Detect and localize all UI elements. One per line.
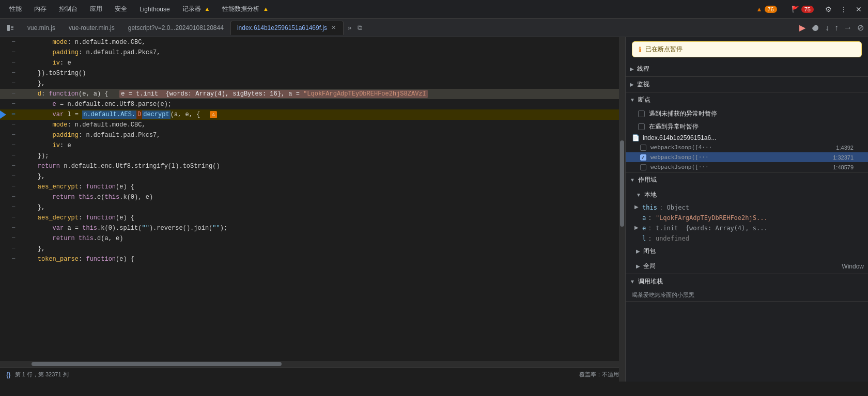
close-devtools-icon[interactable]: ✕ — [854, 3, 864, 15]
local-scope-header[interactable]: ▼ 本地 — [626, 187, 868, 202]
tabs-overflow-button[interactable]: » — [346, 22, 353, 34]
step-over-button[interactable] — [809, 21, 822, 35]
error-badge[interactable]: 🚩 75 — [786, 4, 819, 15]
nav-performance-insights[interactable]: 性能数据分析 ▲ — [217, 3, 274, 15]
scope-key-this: this — [642, 204, 657, 211]
top-nav-bar: 性能 内存 控制台 应用 安全 Lighthouse 记录器 ▲ 性能数据分析 … — [0, 0, 868, 19]
line-num: − — [0, 78, 19, 89]
settings-icon[interactable]: ⚙ — [823, 3, 834, 15]
sidebar-toggle-button[interactable] — [2, 21, 19, 35]
warning-count: 76 — [765, 6, 777, 13]
nav-application[interactable]: 应用 — [85, 3, 107, 15]
tab-vue-router[interactable]: vue-router.min.js — [62, 21, 121, 35]
breakpoints-header[interactable]: ▼ 断点 — [626, 92, 868, 107]
bp-item-3-checkbox[interactable] — [640, 164, 646, 170]
tab-getscript-label: getscript?v=2.0...20240108120844 — [128, 24, 224, 31]
warning-badge[interactable]: ▲ 76 — [751, 4, 782, 15]
line-num: − — [0, 223, 19, 233]
code-line: − return this.d(a, e) — [0, 233, 625, 244]
scope-item-e-expand-icon: ▶ — [634, 225, 639, 230]
tabs-bar: vue.min.js vue-router.min.js getscript?v… — [0, 19, 868, 37]
bp-item-2-checkbox[interactable] — [640, 154, 646, 161]
bp-item-1-checkbox[interactable] — [640, 145, 646, 151]
bp-checkbox-uncaught: 遇到未捕获的异常时暂停 — [626, 107, 868, 120]
closure-title: 闭包 — [643, 247, 656, 256]
nav-recorder[interactable]: 记录器 ▲ — [177, 3, 215, 15]
callstack-header[interactable]: ▼ 调用堆栈 — [626, 274, 868, 289]
horizontal-scrollbar-thumb[interactable] — [32, 362, 282, 366]
bp-item-1-func: webpackJsonp([4··· — [650, 144, 712, 151]
threads-header[interactable]: ▶ 线程 — [626, 61, 868, 76]
line-num: − — [0, 99, 19, 109]
info-icon: ℹ — [639, 45, 641, 54]
scope-item-l: l : undefined — [626, 233, 868, 244]
horizontal-scrollbar[interactable] — [0, 361, 625, 367]
line-num: − — [0, 254, 19, 264]
watch-title: 监视 — [637, 80, 649, 89]
caught-checkbox[interactable] — [638, 123, 645, 130]
coverage-label: 覆盖率：不适用 — [579, 371, 619, 378]
nav-console[interactable]: 控制台 — [54, 3, 83, 15]
code-content: var a = this.k(0).split("").reverse().jo… — [19, 223, 625, 233]
watch-header[interactable]: ▶ 监视 — [626, 77, 868, 92]
nav-performance[interactable]: 性能 — [4, 3, 27, 15]
more-icon[interactable]: ⋮ — [838, 3, 849, 15]
global-expand-icon: ▶ — [636, 263, 640, 269]
code-content: return this.e(this.k(0), e) — [19, 192, 625, 202]
uncaught-checkbox[interactable] — [638, 110, 645, 117]
curly-brace-label[interactable]: {} — [6, 371, 11, 378]
closure-scope-header[interactable]: ▶ 闭包 — [626, 244, 868, 259]
scope-header[interactable]: ▼ 作用域 — [626, 172, 868, 187]
callstack-title: 调用堆栈 — [638, 277, 663, 286]
step-out-button[interactable]: ↑ — [832, 21, 841, 35]
code-line: − aes_decrypt: function(e) { — [0, 213, 625, 223]
line-num: − — [0, 192, 19, 202]
line-num: − — [0, 171, 19, 182]
tab-getscript[interactable]: getscript?v=2.0...20240108120844 — [121, 21, 230, 35]
line-num: − — [0, 120, 19, 130]
warning-inline-icon: ⚠ — [210, 111, 217, 118]
code-content: e = n.default.enc.Utf8.parse(e); — [19, 99, 625, 109]
code-line: − }, — [0, 78, 625, 89]
scope-section: ▼ 作用域 ▼ 本地 ▶ this : Object — [626, 172, 868, 274]
nav-lighthouse[interactable]: Lighthouse — [134, 4, 175, 15]
code-line: − token_parse: function(e) { — [0, 254, 625, 264]
bp-expand-icon: ▼ — [630, 97, 635, 103]
svg-rect-0 — [7, 25, 10, 31]
scope-value-a: "LqokFArgAdpTEyDbREHFoe2hjS... — [656, 214, 811, 221]
split-editor-button[interactable]: ⧉ — [355, 22, 364, 34]
main-layout: − mode: n.default.mode.CBC, − padding: n… — [0, 37, 868, 382]
nav-security[interactable]: 安全 — [110, 3, 132, 15]
global-scope-header[interactable]: ▶ 全局 Window — [626, 259, 868, 274]
line-num: − — [0, 244, 19, 254]
step-into-button[interactable]: ↓ — [823, 21, 831, 35]
paused-label: 已在断点暂停 — [645, 45, 683, 54]
code-line: − e = n.default.enc.Utf8.parse(e); — [0, 99, 625, 109]
deactivate-breakpoints-button[interactable]: ⊘ — [855, 21, 866, 35]
tabs-overflow: » ⧉ — [346, 22, 364, 34]
bp-file-entry: 📄 index.614b1e2596151a6... — [626, 133, 868, 142]
right-panel-scroll[interactable]: ▶ 线程 ▶ 监视 ▼ 断点 遇到未捕获的异 — [626, 61, 868, 382]
callstack-expand-icon: ▼ — [630, 279, 635, 284]
code-content: }, — [19, 202, 625, 213]
threads-title: 线程 — [637, 65, 649, 73]
code-scroll-area[interactable]: − mode: n.default.mode.CBC, − padding: n… — [0, 37, 625, 361]
tab-close-icon[interactable]: ✕ — [330, 24, 337, 31]
top-nav-icons: ▲ 76 🚩 75 ⚙ ⋮ ✕ — [751, 3, 864, 15]
code-line: − padding: n.default.pad.Pkcs7, — [0, 47, 625, 58]
scope-item-expand-icon: ▶ — [634, 204, 639, 210]
code-line: − }, — [0, 171, 625, 182]
scope-expand-icon: ▼ — [630, 177, 635, 183]
code-line: − aes_encrypt: function(e) { — [0, 182, 625, 192]
scope-value-this: Object — [667, 204, 822, 211]
tab-index-js[interactable]: index.614b1e2596151a61469f.js ✕ — [230, 21, 344, 35]
code-content: padding: n.default.pad.Pkcs7, — [19, 47, 625, 58]
callstack-user-name: 喝茶爱吃烤冷面的小黑黑 — [632, 291, 694, 299]
resume-button[interactable]: ▶ — [797, 21, 808, 35]
bp-item-1-location: 1:4392 — [836, 145, 854, 151]
tab-vue-min[interactable]: vue.min.js — [21, 21, 62, 35]
code-line-paused: − var l = n.default.AES.Ddecrypt(a, e, {… — [0, 109, 625, 120]
nav-memory[interactable]: 内存 — [29, 3, 52, 15]
scope-item-a-expand-icon — [634, 214, 639, 220]
step-button[interactable]: → — [842, 21, 854, 35]
